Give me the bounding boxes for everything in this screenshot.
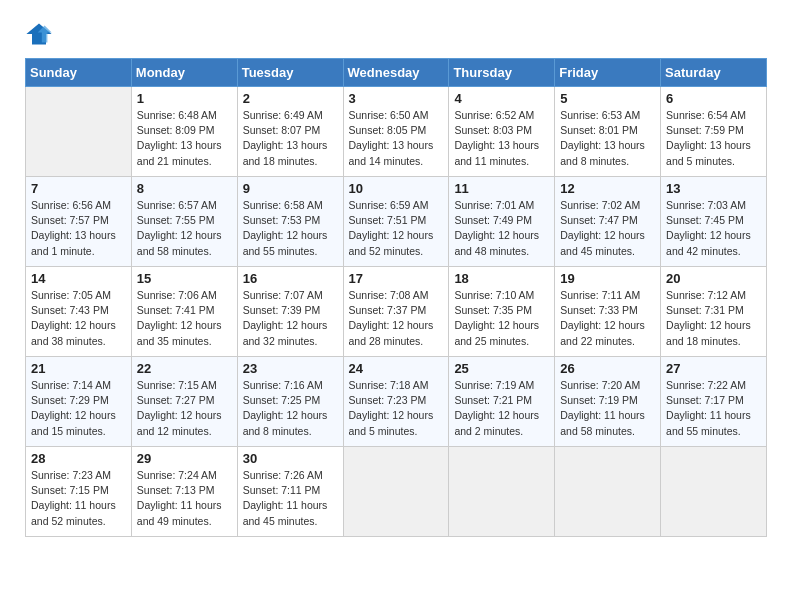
weekday-header-row: SundayMondayTuesdayWednesdayThursdayFrid… (26, 59, 767, 87)
calendar-cell (449, 447, 555, 537)
calendar-cell: 7Sunrise: 6:56 AMSunset: 7:57 PMDaylight… (26, 177, 132, 267)
day-info: Sunrise: 6:57 AMSunset: 7:55 PMDaylight:… (137, 198, 232, 259)
weekday-header-tuesday: Tuesday (237, 59, 343, 87)
day-info: Sunrise: 7:19 AMSunset: 7:21 PMDaylight:… (454, 378, 549, 439)
day-number: 8 (137, 181, 232, 196)
calendar-cell: 10Sunrise: 6:59 AMSunset: 7:51 PMDayligh… (343, 177, 449, 267)
logo-icon (25, 20, 53, 48)
day-number: 9 (243, 181, 338, 196)
day-info: Sunrise: 6:50 AMSunset: 8:05 PMDaylight:… (349, 108, 444, 169)
calendar-cell: 6Sunrise: 6:54 AMSunset: 7:59 PMDaylight… (661, 87, 767, 177)
calendar-cell (26, 87, 132, 177)
day-number: 20 (666, 271, 761, 286)
calendar-cell: 13Sunrise: 7:03 AMSunset: 7:45 PMDayligh… (661, 177, 767, 267)
day-number: 2 (243, 91, 338, 106)
day-number: 6 (666, 91, 761, 106)
day-info: Sunrise: 7:23 AMSunset: 7:15 PMDaylight:… (31, 468, 126, 529)
day-info: Sunrise: 7:06 AMSunset: 7:41 PMDaylight:… (137, 288, 232, 349)
day-number: 22 (137, 361, 232, 376)
day-number: 5 (560, 91, 655, 106)
calendar-cell: 24Sunrise: 7:18 AMSunset: 7:23 PMDayligh… (343, 357, 449, 447)
calendar-week-1: 1Sunrise: 6:48 AMSunset: 8:09 PMDaylight… (26, 87, 767, 177)
day-info: Sunrise: 7:02 AMSunset: 7:47 PMDaylight:… (560, 198, 655, 259)
page-header (25, 20, 767, 48)
calendar-week-5: 28Sunrise: 7:23 AMSunset: 7:15 PMDayligh… (26, 447, 767, 537)
calendar-week-3: 14Sunrise: 7:05 AMSunset: 7:43 PMDayligh… (26, 267, 767, 357)
day-number: 12 (560, 181, 655, 196)
calendar-cell: 19Sunrise: 7:11 AMSunset: 7:33 PMDayligh… (555, 267, 661, 357)
calendar-cell: 14Sunrise: 7:05 AMSunset: 7:43 PMDayligh… (26, 267, 132, 357)
day-info: Sunrise: 7:15 AMSunset: 7:27 PMDaylight:… (137, 378, 232, 439)
calendar-cell (343, 447, 449, 537)
calendar-table: SundayMondayTuesdayWednesdayThursdayFrid… (25, 58, 767, 537)
day-info: Sunrise: 7:10 AMSunset: 7:35 PMDaylight:… (454, 288, 549, 349)
weekday-header-sunday: Sunday (26, 59, 132, 87)
calendar-cell: 11Sunrise: 7:01 AMSunset: 7:49 PMDayligh… (449, 177, 555, 267)
day-info: Sunrise: 7:08 AMSunset: 7:37 PMDaylight:… (349, 288, 444, 349)
day-number: 27 (666, 361, 761, 376)
day-number: 28 (31, 451, 126, 466)
calendar-cell: 20Sunrise: 7:12 AMSunset: 7:31 PMDayligh… (661, 267, 767, 357)
calendar-cell: 9Sunrise: 6:58 AMSunset: 7:53 PMDaylight… (237, 177, 343, 267)
day-number: 13 (666, 181, 761, 196)
calendar-cell (661, 447, 767, 537)
calendar-cell: 23Sunrise: 7:16 AMSunset: 7:25 PMDayligh… (237, 357, 343, 447)
day-number: 24 (349, 361, 444, 376)
day-info: Sunrise: 7:14 AMSunset: 7:29 PMDaylight:… (31, 378, 126, 439)
day-info: Sunrise: 7:05 AMSunset: 7:43 PMDaylight:… (31, 288, 126, 349)
day-number: 21 (31, 361, 126, 376)
calendar-cell: 18Sunrise: 7:10 AMSunset: 7:35 PMDayligh… (449, 267, 555, 357)
day-number: 7 (31, 181, 126, 196)
day-info: Sunrise: 7:24 AMSunset: 7:13 PMDaylight:… (137, 468, 232, 529)
day-number: 1 (137, 91, 232, 106)
day-info: Sunrise: 7:12 AMSunset: 7:31 PMDaylight:… (666, 288, 761, 349)
logo (25, 20, 57, 48)
weekday-header-monday: Monday (131, 59, 237, 87)
day-info: Sunrise: 6:53 AMSunset: 8:01 PMDaylight:… (560, 108, 655, 169)
calendar-week-4: 21Sunrise: 7:14 AMSunset: 7:29 PMDayligh… (26, 357, 767, 447)
calendar-cell: 22Sunrise: 7:15 AMSunset: 7:27 PMDayligh… (131, 357, 237, 447)
calendar-cell: 1Sunrise: 6:48 AMSunset: 8:09 PMDaylight… (131, 87, 237, 177)
calendar-cell: 17Sunrise: 7:08 AMSunset: 7:37 PMDayligh… (343, 267, 449, 357)
calendar-cell: 30Sunrise: 7:26 AMSunset: 7:11 PMDayligh… (237, 447, 343, 537)
calendar-cell: 12Sunrise: 7:02 AMSunset: 7:47 PMDayligh… (555, 177, 661, 267)
day-info: Sunrise: 7:03 AMSunset: 7:45 PMDaylight:… (666, 198, 761, 259)
day-info: Sunrise: 7:26 AMSunset: 7:11 PMDaylight:… (243, 468, 338, 529)
calendar-cell: 16Sunrise: 7:07 AMSunset: 7:39 PMDayligh… (237, 267, 343, 357)
svg-marker-0 (26, 24, 51, 45)
calendar-cell: 4Sunrise: 6:52 AMSunset: 8:03 PMDaylight… (449, 87, 555, 177)
weekday-header-friday: Friday (555, 59, 661, 87)
calendar-cell: 5Sunrise: 6:53 AMSunset: 8:01 PMDaylight… (555, 87, 661, 177)
day-info: Sunrise: 7:07 AMSunset: 7:39 PMDaylight:… (243, 288, 338, 349)
calendar-cell: 3Sunrise: 6:50 AMSunset: 8:05 PMDaylight… (343, 87, 449, 177)
day-number: 30 (243, 451, 338, 466)
day-info: Sunrise: 6:56 AMSunset: 7:57 PMDaylight:… (31, 198, 126, 259)
day-number: 19 (560, 271, 655, 286)
day-info: Sunrise: 7:16 AMSunset: 7:25 PMDaylight:… (243, 378, 338, 439)
day-number: 16 (243, 271, 338, 286)
day-info: Sunrise: 6:52 AMSunset: 8:03 PMDaylight:… (454, 108, 549, 169)
day-info: Sunrise: 6:58 AMSunset: 7:53 PMDaylight:… (243, 198, 338, 259)
day-info: Sunrise: 7:22 AMSunset: 7:17 PMDaylight:… (666, 378, 761, 439)
calendar-cell: 2Sunrise: 6:49 AMSunset: 8:07 PMDaylight… (237, 87, 343, 177)
calendar-header: SundayMondayTuesdayWednesdayThursdayFrid… (26, 59, 767, 87)
calendar-cell: 29Sunrise: 7:24 AMSunset: 7:13 PMDayligh… (131, 447, 237, 537)
calendar-cell: 26Sunrise: 7:20 AMSunset: 7:19 PMDayligh… (555, 357, 661, 447)
day-number: 10 (349, 181, 444, 196)
calendar-cell: 27Sunrise: 7:22 AMSunset: 7:17 PMDayligh… (661, 357, 767, 447)
calendar-body: 1Sunrise: 6:48 AMSunset: 8:09 PMDaylight… (26, 87, 767, 537)
day-number: 17 (349, 271, 444, 286)
day-number: 4 (454, 91, 549, 106)
weekday-header-thursday: Thursday (449, 59, 555, 87)
day-number: 15 (137, 271, 232, 286)
day-info: Sunrise: 7:01 AMSunset: 7:49 PMDaylight:… (454, 198, 549, 259)
weekday-header-saturday: Saturday (661, 59, 767, 87)
day-number: 14 (31, 271, 126, 286)
day-number: 23 (243, 361, 338, 376)
calendar-cell: 21Sunrise: 7:14 AMSunset: 7:29 PMDayligh… (26, 357, 132, 447)
day-number: 3 (349, 91, 444, 106)
calendar-cell: 25Sunrise: 7:19 AMSunset: 7:21 PMDayligh… (449, 357, 555, 447)
day-number: 11 (454, 181, 549, 196)
day-info: Sunrise: 7:20 AMSunset: 7:19 PMDaylight:… (560, 378, 655, 439)
weekday-header-wednesday: Wednesday (343, 59, 449, 87)
